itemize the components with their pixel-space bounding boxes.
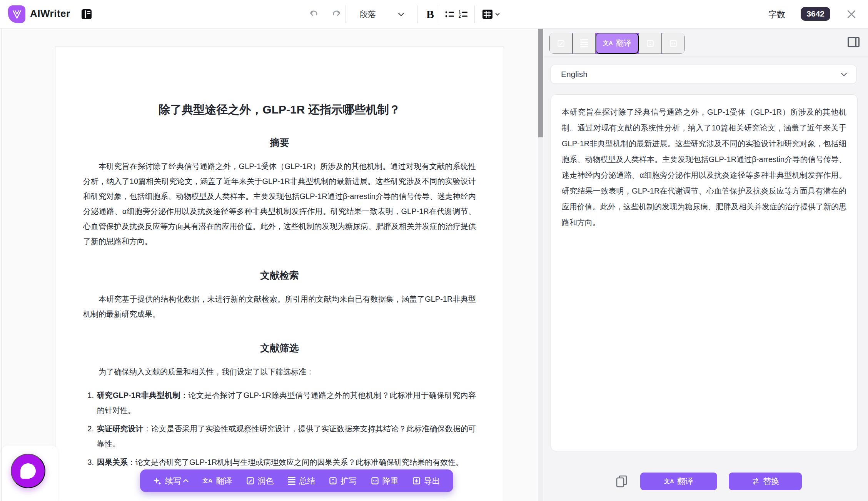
shrink-icon: [669, 40, 677, 47]
panel-divider: [544, 57, 868, 57]
literature-search-paragraph: 本研究基于提供的结构化数据，未进行新的文献检索。所引用的文献均来自已有数据集，涵…: [83, 292, 476, 322]
table-icon: [481, 8, 494, 21]
translate-icon: 文A: [664, 478, 674, 485]
chevron-up-icon: [183, 479, 189, 484]
numbered-list-button[interactable]: 1 2: [455, 0, 471, 28]
tab-polish[interactable]: [549, 33, 573, 54]
tab-label: 翻译: [616, 38, 631, 48]
button-label: 导出: [424, 476, 440, 486]
translate-icon: 文A: [202, 477, 212, 484]
list-item: 2.实证研究设计：论文是否采用了实验性或观察性研究设计，提供了实证数据来支持其结…: [83, 421, 476, 451]
word-count-badge: 3642: [801, 7, 830, 21]
button-label: 扩写: [341, 476, 357, 486]
list-number: 1.: [83, 388, 94, 403]
selection-toolbar: 续写 文A 翻译 润色 总结 扩写: [140, 469, 453, 492]
abstract-paragraph: 本研究旨在探讨除了经典信号通路之外，GLP-1受体（GLP-1R）所涉及的其他机…: [83, 159, 476, 249]
svg-text:2: 2: [459, 14, 461, 18]
export-icon: [412, 477, 421, 485]
summary-icon: [580, 38, 588, 48]
paragraph-style-select[interactable]: 段落: [360, 0, 403, 28]
svg-text:1: 1: [459, 10, 461, 14]
expand-button[interactable]: 扩写: [329, 476, 357, 486]
button-label: 总结: [299, 476, 315, 486]
sparkles-icon: [153, 477, 162, 485]
close-button[interactable]: [846, 8, 857, 20]
abstract-heading: 摘要: [83, 136, 476, 149]
list-number: 3.: [83, 455, 94, 470]
word-count-label: 字数: [768, 9, 785, 20]
ai-tools-panel: 文A 翻译 English 本研究旨在探讨除了经典信号通路之外，GLP-1受体（…: [544, 28, 868, 501]
shrink-icon: [371, 477, 379, 485]
polish-button[interactable]: 润色: [246, 476, 274, 486]
swap-arrows-icon: [751, 478, 760, 485]
table-insert-button[interactable]: [478, 0, 501, 28]
bullet-list-icon: [444, 8, 456, 20]
translation-output-box[interactable]: 本研究旨在探讨除了经典信号通路之外，GLP-1受体（GLP-1R）所涉及的其他机…: [551, 94, 858, 451]
chevron-down-icon: [398, 10, 404, 16]
chevron-down-icon: [495, 11, 499, 15]
button-label: 翻译: [677, 476, 693, 487]
toolbar-divider: [474, 5, 475, 23]
panel-layout-toggle-icon[interactable]: [848, 37, 860, 47]
document-scrollbar-track[interactable]: [538, 28, 543, 501]
bold-icon: B: [426, 8, 434, 21]
document-title: 除了典型途径之外，GLP-1R 还指示哪些机制？: [83, 102, 476, 118]
list-item: 3.因果关系：论文是否研究了GLP-1R机制与生理或病理效应之间的因果关系？此标…: [83, 455, 476, 470]
undo-button[interactable]: [308, 8, 320, 20]
panel-action-bar: 文A 翻译 替换: [544, 473, 868, 490]
button-label: 续写: [165, 476, 181, 486]
copy-button[interactable]: [616, 474, 629, 488]
redo-icon: [330, 8, 342, 20]
translation-text: 本研究旨在探讨除了经典信号通路之外，GLP-1受体（GLP-1R）所涉及的其他机…: [562, 104, 846, 230]
language-select-value: English: [561, 70, 842, 79]
criterion-text: ：论文是否研究了GLP-1R机制与生理或病理效应之间的因果关系？此标准确保研究结…: [128, 458, 463, 466]
app-title: AIWriter: [30, 8, 70, 20]
summary-icon: [288, 476, 295, 486]
reduce-duplication-button[interactable]: 降重: [371, 476, 399, 486]
app-header: AIWriter 段落 B: [0, 0, 868, 28]
button-label: 润色: [258, 476, 274, 486]
document-scrollbar-thumb[interactable]: [538, 29, 543, 137]
document-panel-icon[interactable]: [80, 8, 93, 21]
app-logo: [8, 5, 25, 23]
screening-criteria-list: 1.研究GLP-1R非典型机制：论文是否探讨了GLP-1R除典型信号通路之外的其…: [83, 388, 476, 470]
polish-icon: [557, 40, 565, 47]
summarize-button[interactable]: 总结: [288, 476, 315, 486]
panel-tab-bar: 文A 翻译: [549, 33, 685, 54]
bold-button[interactable]: B: [421, 0, 439, 28]
toolbar-divider: [438, 5, 438, 23]
editor-canvas: 除了典型途径之外，GLP-1R 还指示哪些机制？ 摘要 本研究旨在探讨除了经典信…: [0, 28, 544, 501]
replace-action-button[interactable]: 替换: [729, 473, 802, 490]
logo-v-icon: [11, 8, 23, 20]
expand-icon: [646, 40, 654, 47]
copy-icon: [616, 474, 629, 488]
translate-action-button[interactable]: 文A 翻译: [640, 473, 717, 490]
export-button[interactable]: 导出: [412, 476, 440, 486]
document-page[interactable]: 除了典型途径之外，GLP-1R 还指示哪些机制？ 摘要 本研究旨在探讨除了经典信…: [55, 47, 504, 501]
continue-writing-button[interactable]: 续写: [153, 476, 189, 486]
criterion-text: ：论文是否采用了实验性或观察性研究设计，提供了实证数据来支持其结论？此标准确保数…: [97, 424, 476, 448]
button-label: 降重: [382, 476, 399, 486]
criterion-bold: 因果关系: [97, 458, 128, 466]
close-icon: [846, 8, 857, 20]
target-language-select[interactable]: English: [551, 65, 856, 84]
list-number: 2.: [83, 421, 94, 436]
toolbar-divider: [345, 5, 346, 23]
tab-reduce[interactable]: [662, 33, 685, 54]
chevron-down-icon: [841, 70, 847, 76]
redo-button[interactable]: [330, 8, 342, 20]
translate-button[interactable]: 文A 翻译: [202, 476, 232, 486]
canvas-left-border: [1, 28, 2, 501]
polish-icon: [246, 477, 254, 485]
tab-translate[interactable]: 文A 翻译: [596, 33, 639, 54]
screening-intro-paragraph: 为了确保纳入文献的质量和相关性，我们设定了以下筛选标准：: [83, 364, 476, 379]
numbered-list-icon: 1 2: [457, 8, 469, 20]
tab-summarize[interactable]: [573, 33, 596, 54]
chat-assistant-button[interactable]: [11, 454, 45, 488]
toolbar-divider: [417, 5, 418, 23]
button-label: 替换: [763, 476, 779, 487]
literature-search-heading: 文献检索: [83, 269, 476, 282]
expand-icon: [329, 477, 337, 485]
tab-expand[interactable]: [639, 33, 662, 54]
paragraph-style-value: 段落: [360, 9, 376, 20]
